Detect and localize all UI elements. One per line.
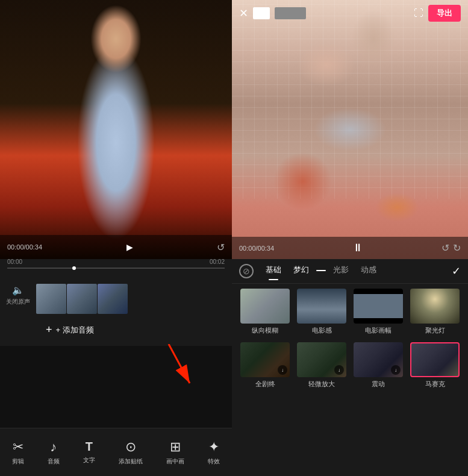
play-button-left[interactable]: ▶	[48, 240, 211, 254]
filter-thumb-zoom: ↓	[297, 342, 346, 377]
export-button[interactable]: 导出	[428, 5, 461, 22]
close-button-right[interactable]: ✕	[239, 7, 248, 20]
add-audio-button[interactable]: + + 添加音频	[36, 319, 232, 341]
marker-start: 00:00	[7, 258, 22, 265]
filter-thumb-shake: ↓	[354, 342, 403, 377]
expand-button[interactable]: ⛶	[414, 8, 423, 19]
close-audio-control[interactable]: 🔈 关闭原声	[0, 282, 36, 308]
tool-effects[interactable]: ✦ 特效	[208, 439, 220, 466]
timeline-playhead[interactable]	[72, 266, 76, 270]
right-panel: ✕ ⛶ 导出 00:00/00:34 ⏸ ↺ ↻ ⊘ 基础 梦幻 光影	[232, 0, 468, 476]
filter-cinema[interactable]: 电影感	[296, 289, 348, 335]
filter-thumb-spotlight	[410, 289, 460, 324]
confirm-button[interactable]: ✓	[452, 265, 461, 278]
filter-label-shake: 震动	[372, 380, 385, 389]
speaker-icon: 🔈	[12, 284, 24, 296]
text-icon: T	[86, 440, 93, 454]
pixel-colors	[232, 0, 468, 259]
filter-vertical-blur[interactable]: 纵向模糊	[239, 289, 291, 335]
filter-full-drama[interactable]: ↓ 全剧终	[239, 342, 291, 389]
filter-grid: 纵向模糊 电影感 电影画幅 聚光灯 ↓ 全剧终	[232, 284, 468, 476]
canvas-icon: ⊞	[170, 439, 181, 455]
video-preview-right: ✕ ⛶ 导出 00:00/00:34 ⏸ ↺ ↻	[232, 0, 468, 259]
tab-light[interactable]: 光影	[333, 265, 349, 278]
filter-label-cinema: 电影感	[312, 326, 332, 335]
tool-text-label: 文字	[83, 456, 95, 465]
person-silhouette	[0, 0, 232, 259]
red-arrow-icon	[163, 344, 199, 392]
redo-button-right[interactable]: ↻	[453, 242, 461, 254]
filter-row-1: 纵向模糊 电影感 电影画幅 聚光灯	[239, 289, 461, 335]
bottom-toolbar-left: ✂ 剪辑 ♪ 音频 T 文字 ⊙ 添加贴纸 ⊞ 画中画 ✦ 特效	[0, 428, 232, 476]
filter-label-blur: 纵向模糊	[252, 326, 278, 335]
tab-dream[interactable]: 梦幻	[293, 265, 309, 278]
white-thumbnail	[253, 7, 270, 19]
red-arrow-container	[163, 344, 199, 395]
undo-redo-controls: ↺ ↻	[441, 242, 461, 254]
download-badge-shake: ↓	[391, 365, 401, 375]
add-audio-label: + 添加音频	[56, 325, 94, 336]
play-controls-right: 00:00/00:34 ⏸ ↺ ↻	[232, 237, 468, 259]
audio-icon: ♪	[50, 439, 57, 455]
download-badge-full: ↓	[278, 365, 287, 375]
filter-label-full: 全剧终	[255, 380, 275, 389]
time-display-right: 00:00/00:34	[239, 245, 274, 252]
strip-thumb-2	[67, 284, 97, 314]
filter-thumb-blur	[240, 289, 290, 324]
no-filter-icon[interactable]: ⊘	[239, 264, 254, 278]
timeline-section: 🔈 关闭原声 + + 添加音频	[0, 277, 232, 346]
video-preview-left: 00:00/00:34 ▶ ↺	[0, 0, 232, 259]
download-badge-zoom: ↓	[334, 365, 344, 375]
cut-icon: ✂	[13, 439, 23, 455]
filter-spotlight[interactable]: 聚光灯	[409, 289, 461, 335]
timeline-track[interactable]: 00:00 00:02	[7, 268, 225, 269]
tool-sticker[interactable]: ⊙ 添加贴纸	[119, 439, 143, 466]
time-display-left: 00:00/00:34	[7, 243, 42, 251]
audio-track-area: + + 添加音频	[36, 282, 232, 341]
timeline-bar-left: 00:00 00:02	[0, 259, 232, 277]
filter-label-zoom: 轻微放大	[308, 380, 335, 389]
top-bar-right: ✕ ⛶ 导出	[232, 0, 468, 27]
filter-letterbox[interactable]: 电影画幅	[352, 289, 404, 335]
strip-thumb-1	[36, 284, 66, 314]
pixel-overlay	[232, 0, 468, 259]
tab-dynamic[interactable]: 动感	[361, 265, 376, 278]
filter-label-letterbox: 电影画幅	[365, 326, 392, 335]
undo-button-right[interactable]: ↺	[441, 242, 449, 254]
filter-thumb-full: ↓	[240, 342, 290, 377]
tool-canvas-label: 画中画	[166, 457, 184, 466]
svg-line-1	[169, 344, 190, 383]
close-audio-label: 关闭原声	[6, 298, 30, 306]
timeline-markers: 00:00 00:02	[7, 258, 225, 265]
filter-tabs: ⊘ 基础 梦幻 光影 动感 ✓	[232, 259, 468, 284]
filter-thumb-letterbox	[354, 289, 403, 324]
tool-sticker-label: 添加贴纸	[119, 457, 143, 466]
filter-row-2: ↓ 全剧终 ↓ 轻微放大 ↓ 震动 马赛克	[239, 342, 461, 389]
video-background	[0, 0, 232, 259]
tool-audio-label: 音频	[48, 457, 60, 466]
marker-end: 00:02	[210, 258, 225, 265]
effects-icon: ✦	[208, 439, 219, 455]
filter-label-spotlight: 聚光灯	[425, 326, 445, 335]
filter-slight-zoom[interactable]: ↓ 轻微放大	[296, 342, 348, 389]
gray-thumbnail	[275, 7, 306, 19]
undo-button-left[interactable]: ↺	[217, 242, 225, 253]
tool-cut-label: 剪辑	[12, 457, 24, 466]
filter-mask[interactable]: 马赛克	[409, 342, 461, 389]
tool-cut[interactable]: ✂ 剪辑	[12, 439, 24, 466]
add-icon: +	[46, 324, 52, 336]
play-controls-left: 00:00/00:34 ▶ ↺	[0, 235, 232, 259]
filter-thumb-cinema	[297, 289, 346, 324]
filter-thumb-mask	[410, 342, 460, 377]
video-strip	[36, 282, 232, 315]
strip-thumb-3	[98, 284, 128, 314]
tool-audio[interactable]: ♪ 音频	[48, 439, 60, 466]
sticker-icon: ⊙	[125, 439, 136, 455]
pause-button-right[interactable]: ⏸	[352, 242, 363, 254]
tab-basic[interactable]: 基础	[266, 265, 281, 278]
filter-shake[interactable]: ↓ 震动	[352, 342, 404, 389]
tool-effects-label: 特效	[208, 457, 220, 466]
tool-text[interactable]: T 文字	[83, 440, 95, 465]
filter-label-mask: 马赛克	[425, 380, 445, 389]
tool-canvas[interactable]: ⊞ 画中画	[166, 439, 184, 466]
